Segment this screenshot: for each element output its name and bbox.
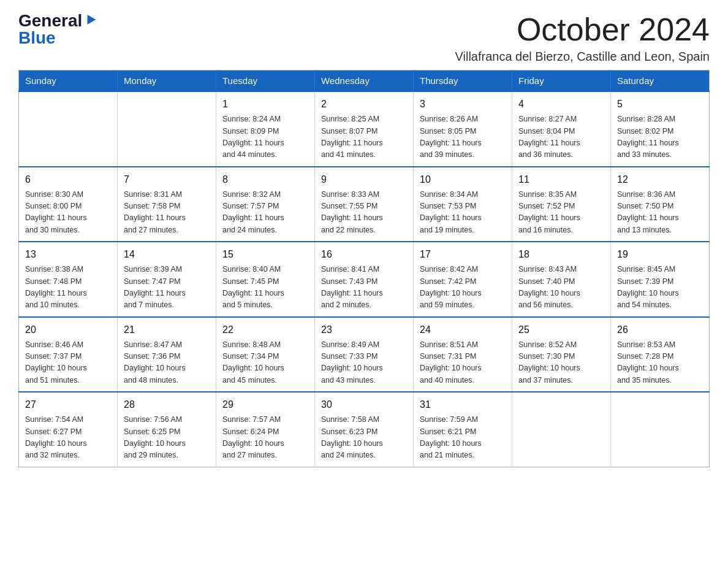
day-info: Sunrise: 8:30 AMSunset: 8:00 PMDaylight:… [25,189,111,237]
calendar-header: SundayMondayTuesdayWednesdayThursdayFrid… [19,71,710,92]
day-info: Sunrise: 8:34 AMSunset: 7:53 PMDaylight:… [420,189,506,237]
calendar-body: 1Sunrise: 8:24 AMSunset: 8:09 PMDaylight… [19,91,710,467]
table-row: 5Sunrise: 8:28 AMSunset: 8:02 PMDaylight… [611,91,710,167]
table-row: 20Sunrise: 8:46 AMSunset: 7:37 PMDayligh… [19,317,118,393]
table-row: 26Sunrise: 8:53 AMSunset: 7:28 PMDayligh… [611,317,710,393]
day-number: 1 [222,97,308,112]
table-row: 12Sunrise: 8:36 AMSunset: 7:50 PMDayligh… [611,167,710,242]
table-row: 2Sunrise: 8:25 AMSunset: 8:07 PMDaylight… [315,91,414,167]
day-number: 16 [321,247,407,262]
table-row: 17Sunrise: 8:42 AMSunset: 7:42 PMDayligh… [414,242,512,317]
day-number: 15 [222,247,308,262]
table-row: 14Sunrise: 8:39 AMSunset: 7:47 PMDayligh… [118,242,216,317]
table-row: 13Sunrise: 8:38 AMSunset: 7:48 PMDayligh… [19,242,118,317]
table-row: 28Sunrise: 7:56 AMSunset: 6:25 PMDayligh… [118,392,216,467]
header-saturday: Saturday [611,71,710,92]
day-info: Sunrise: 8:53 AMSunset: 7:28 PMDaylight:… [617,339,703,387]
day-info: Sunrise: 7:56 AMSunset: 6:25 PMDaylight:… [124,414,210,462]
table-row [611,392,710,467]
day-number: 26 [617,323,703,337]
table-row: 9Sunrise: 8:33 AMSunset: 7:55 PMDaylight… [315,167,414,242]
table-row: 7Sunrise: 8:31 AMSunset: 7:58 PMDaylight… [118,167,216,242]
table-row: 30Sunrise: 7:58 AMSunset: 6:23 PMDayligh… [315,392,414,467]
header-thursday: Thursday [414,71,512,92]
day-info: Sunrise: 8:38 AMSunset: 7:48 PMDaylight:… [25,264,111,312]
day-number: 17 [420,247,506,262]
table-row: 15Sunrise: 8:40 AMSunset: 7:45 PMDayligh… [216,242,315,317]
day-info: Sunrise: 8:26 AMSunset: 8:05 PMDaylight:… [420,113,506,161]
table-row: 27Sunrise: 7:54 AMSunset: 6:27 PMDayligh… [19,392,118,467]
calendar-week-1: 1Sunrise: 8:24 AMSunset: 8:09 PMDaylight… [19,91,710,167]
day-number: 29 [222,397,308,412]
day-info: Sunrise: 8:35 AMSunset: 7:52 PMDaylight:… [518,189,604,237]
day-info: Sunrise: 8:45 AMSunset: 7:39 PMDaylight:… [617,264,703,312]
day-info: Sunrise: 8:40 AMSunset: 7:45 PMDaylight:… [222,264,308,312]
table-row: 8Sunrise: 8:32 AMSunset: 7:57 PMDaylight… [216,167,315,242]
day-info: Sunrise: 8:36 AMSunset: 7:50 PMDaylight:… [617,189,703,237]
day-info: Sunrise: 8:46 AMSunset: 7:37 PMDaylight:… [25,339,111,387]
table-row: 3Sunrise: 8:26 AMSunset: 8:05 PMDaylight… [414,91,512,167]
table-row: 1Sunrise: 8:24 AMSunset: 8:09 PMDaylight… [216,91,315,167]
day-number: 31 [420,397,506,412]
day-number: 22 [222,323,308,337]
day-number: 9 [321,172,407,187]
day-number: 3 [420,97,506,112]
calendar-header-row: SundayMondayTuesdayWednesdayThursdayFrid… [19,71,710,92]
table-row: 25Sunrise: 8:52 AMSunset: 7:30 PMDayligh… [512,317,611,393]
day-info: Sunrise: 8:39 AMSunset: 7:47 PMDaylight:… [124,264,210,312]
day-info: Sunrise: 8:49 AMSunset: 7:33 PMDaylight:… [321,339,407,387]
day-number: 13 [25,247,111,262]
day-number: 2 [321,97,407,112]
day-info: Sunrise: 8:27 AMSunset: 8:04 PMDaylight:… [518,113,604,161]
calendar-week-5: 27Sunrise: 7:54 AMSunset: 6:27 PMDayligh… [19,392,710,467]
day-info: Sunrise: 8:31 AMSunset: 7:58 PMDaylight:… [124,189,210,237]
calendar-table: SundayMondayTuesdayWednesdayThursdayFrid… [18,70,710,467]
day-number: 4 [518,97,604,112]
day-info: Sunrise: 8:43 AMSunset: 7:40 PMDaylight:… [518,264,604,312]
day-number: 21 [124,323,210,337]
day-number: 14 [124,247,210,262]
table-row [512,392,611,467]
table-row [19,91,118,167]
day-number: 6 [25,172,111,187]
day-number: 12 [617,172,703,187]
day-number: 18 [518,247,604,262]
day-number: 7 [124,172,210,187]
table-row: 31Sunrise: 7:59 AMSunset: 6:21 PMDayligh… [414,392,512,467]
day-info: Sunrise: 8:41 AMSunset: 7:43 PMDaylight:… [321,264,407,312]
day-info: Sunrise: 8:33 AMSunset: 7:55 PMDaylight:… [321,189,407,237]
table-row: 29Sunrise: 7:57 AMSunset: 6:24 PMDayligh… [216,392,315,467]
day-number: 19 [617,247,703,262]
day-number: 20 [25,323,111,337]
day-info: Sunrise: 7:54 AMSunset: 6:27 PMDaylight:… [25,414,111,462]
day-number: 28 [124,397,210,412]
day-number: 8 [222,172,308,187]
day-info: Sunrise: 8:32 AMSunset: 7:57 PMDaylight:… [222,189,308,237]
day-number: 27 [25,397,111,412]
header-tuesday: Tuesday [216,71,315,92]
day-info: Sunrise: 8:52 AMSunset: 7:30 PMDaylight:… [518,339,604,387]
logo-general-text: General [18,12,82,29]
table-row: 19Sunrise: 8:45 AMSunset: 7:39 PMDayligh… [611,242,710,317]
table-row: 21Sunrise: 8:47 AMSunset: 7:36 PMDayligh… [118,317,216,393]
table-row: 23Sunrise: 8:49 AMSunset: 7:33 PMDayligh… [315,317,414,393]
location-title: Villafranca del Bierzo, Castille and Leo… [455,50,710,64]
table-row: 4Sunrise: 8:27 AMSunset: 8:04 PMDaylight… [512,91,611,167]
day-info: Sunrise: 7:58 AMSunset: 6:23 PMDaylight:… [321,414,407,462]
day-info: Sunrise: 8:25 AMSunset: 8:07 PMDaylight:… [321,113,407,161]
table-row: 10Sunrise: 8:34 AMSunset: 7:53 PMDayligh… [414,167,512,242]
day-number: 25 [518,323,604,337]
table-row: 6Sunrise: 8:30 AMSunset: 8:00 PMDaylight… [19,167,118,242]
calendar-week-4: 20Sunrise: 8:46 AMSunset: 7:37 PMDayligh… [19,317,710,393]
day-number: 23 [321,323,407,337]
header-wednesday: Wednesday [315,71,414,92]
day-number: 11 [518,172,604,187]
calendar-week-3: 13Sunrise: 8:38 AMSunset: 7:48 PMDayligh… [19,242,710,317]
day-number: 10 [420,172,506,187]
day-info: Sunrise: 7:59 AMSunset: 6:21 PMDaylight:… [420,414,506,462]
day-info: Sunrise: 8:24 AMSunset: 8:09 PMDaylight:… [222,113,308,161]
day-number: 5 [617,97,703,112]
calendar-week-2: 6Sunrise: 8:30 AMSunset: 8:00 PMDaylight… [19,167,710,242]
page-header: General Blue October 2024 Villafranca de… [18,12,710,64]
header-monday: Monday [118,71,216,92]
